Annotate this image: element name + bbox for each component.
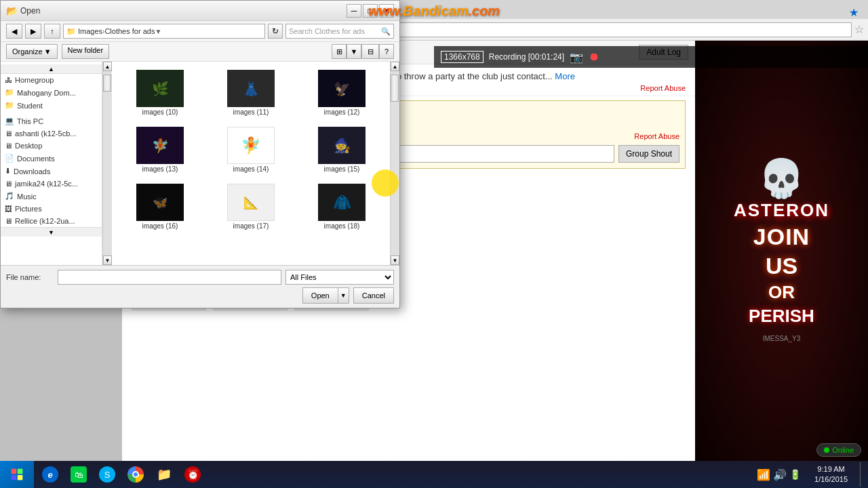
dialog-content: ▲ 🖧 Homegroup 📁 Mahogany Dom... 📁 Studen… [1,62,399,265]
sidebar-item-documents[interactable]: 📄 Documents [1,152,102,165]
open-btn[interactable]: Open [302,287,338,304]
sidebar-item-downloads[interactable]: ⬇ Downloads [1,165,102,178]
sidebar-scroll-thumb[interactable] [103,75,111,92]
dialog-actions: Organize ▼ New folder ⊞ ▼ ⊟ ? [1,42,399,62]
search-icon: 🔍 [381,27,391,36]
dialog-title-text: Open [20,6,347,16]
ashanti-icon: 🖥 [5,129,12,138]
file-label-12: images (12) [324,108,360,116]
view-btn-1[interactable]: ⊞ [332,44,347,59]
dialog-refresh-btn[interactable]: ↻ [268,24,283,39]
dialog-toolbar: ◀ ▶ ↑ 📁 Images › Clothes for ads ▼ ↻ Sea… [1,21,399,42]
file-thumb-14: 🧚 [227,127,275,164]
documents-icon: 📄 [5,154,14,163]
search-placeholder-text: Search Clothes for ads [289,27,365,35]
start-button[interactable] [0,461,34,488]
view-btn-3[interactable]: ⊟ [361,44,379,59]
music-icon: 🎵 [5,192,14,201]
view-btn-4[interactable]: ? [379,44,394,59]
svg-rect-2 [12,475,17,481]
file-image-17: 📐 [243,195,258,210]
file-item-13[interactable]: 🧚 images (13) [116,123,204,177]
organize-label: Organize [12,47,43,56]
files-scroll-arrow-up[interactable]: ▲ [391,62,399,71]
taskbar-chrome-btn[interactable] [122,462,149,487]
sidebar-item-homegroup[interactable]: 🖧 Homegroup [1,74,102,86]
file-image-16: 🦋 [153,195,167,210]
taskbar-ie-btn[interactable]: e [37,462,64,487]
sidebar-item-student[interactable]: 📁 Student [1,99,102,112]
online-badge: Online [816,443,861,457]
taskbar-clock[interactable]: 9:19 AM 1/16/2015 [806,464,856,485]
sidebar-item-rellice[interactable]: 🖥 Rellice (k12-2ua... [1,215,102,227]
sidebar-scroll-up[interactable]: ▲ [1,64,102,74]
file-item-11[interactable]: 👗 images (11) [207,66,295,120]
dialog-sidebar: ▲ 🖧 Homegroup 📁 Mahogany Dom... 📁 Studen… [1,62,102,265]
show-desktop-icon [860,462,864,487]
svg-rect-1 [18,469,23,474]
skype-icon: S [99,466,115,483]
svg-rect-0 [12,469,17,474]
dialog-forward-btn[interactable]: ▶ [25,24,41,39]
dialog-close-btn[interactable]: ✕ [379,4,394,18]
file-item-16[interactable]: 🦋 images (16) [116,180,204,234]
file-type-select[interactable]: All Files [285,270,394,285]
sidebar-item-mahogany[interactable]: 📁 Mahogany Dom... [1,86,102,99]
sidebar-item-jamika[interactable]: 🖥 jamika24 (k12-5c... [1,178,102,190]
sidebar-scroll-down[interactable]: ▼ [1,227,102,237]
files-scrollbar: ▲ ▼ [390,62,399,265]
organize-chevron-icon: ▼ [44,47,52,56]
open-btn-dropdown[interactable]: ▼ [338,287,349,304]
dialog-maximize-btn[interactable]: □ [363,4,378,18]
file-thumb-18: 🧥 [318,184,366,221]
organize-btn[interactable]: Organize ▼ [6,44,58,59]
clock-date: 1/16/2015 [814,474,848,485]
taskbar-store-btn[interactable]: 🛍 [65,462,92,487]
file-item-12[interactable]: 🦅 images (12) [298,66,386,120]
sidebar-scroll-arrow-down[interactable]: ▼ [103,256,112,265]
battery-icon: 🔋 [789,469,801,480]
sidebar-item-thispc[interactable]: 💻 This PC [1,115,102,127]
new-folder-btn[interactable]: New folder [62,44,110,59]
file-label-14: images (14) [233,165,269,173]
address-part2[interactable]: Clothes for ads [104,27,155,35]
mahogany-icon: 📁 [5,88,14,97]
file-item-18[interactable]: 🧥 images (18) [298,180,386,234]
file-item-17[interactable]: 📐 images (17) [207,180,295,234]
file-area-container: 🌿 images (10) 👗 images (11) 🦅 [112,62,399,265]
taskbar-skype-btn[interactable]: S [94,462,121,487]
address-part1[interactable]: Images [78,27,102,35]
taskbar: e 🛍 S 📁 ⏰ 📶 🔊 🔋 9:19 AM 1/16/2015 [0,461,868,488]
file-item-15[interactable]: 🧙 images (15) [298,123,386,177]
taskbar-alarm-btn[interactable]: ⏰ [179,462,206,487]
files-scroll-track [391,71,399,256]
dialog-minimize-btn[interactable]: ─ [347,4,361,18]
file-thumb-12: 🦅 [318,70,366,107]
file-thumb-16: 🦋 [136,184,184,221]
files-scroll-thumb[interactable] [391,75,399,102]
rellice-label: Rellice (k12-2ua... [15,217,75,225]
files-scroll-arrow-down[interactable]: ▼ [391,256,399,265]
sidebar-item-pictures[interactable]: 🖼 Pictures [1,203,102,215]
filename-label: File name: [6,273,54,281]
cancel-btn[interactable]: Cancel [353,287,394,304]
taskbar-folder-btn[interactable]: 📁 [151,462,178,487]
file-item-14[interactable]: 🧚 images (14) [207,123,295,177]
sidebar-item-desktop[interactable]: 🖥 Desktop [1,140,102,152]
dialog-titlebar: 📂 Open ─ □ ✕ [1,1,399,21]
online-dot [824,447,829,453]
dialog-search-box[interactable]: Search Clothes for ads 🔍 [285,24,394,39]
windows-logo-icon [10,468,24,481]
filename-input[interactable] [58,270,281,285]
dialog-up-btn[interactable]: ↑ [44,24,60,39]
dialog-back-btn[interactable]: ◀ [6,24,22,39]
sidebar-item-ashanti[interactable]: 🖥 ashanti (k12-5cb... [1,127,102,140]
file-label-17: images (17) [233,222,269,230]
sidebar-item-music[interactable]: 🎵 Music [1,190,102,203]
taskbar-tray: 📶 🔊 🔋 [751,468,806,481]
show-desktop-btn[interactable] [856,462,868,487]
file-item-10[interactable]: 🌿 images (10) [116,66,204,120]
sidebar-scroll-arrow-up[interactable]: ▲ [103,62,112,71]
rellice-icon: 🖥 [5,217,12,225]
view-btn-2[interactable]: ▼ [347,44,361,59]
